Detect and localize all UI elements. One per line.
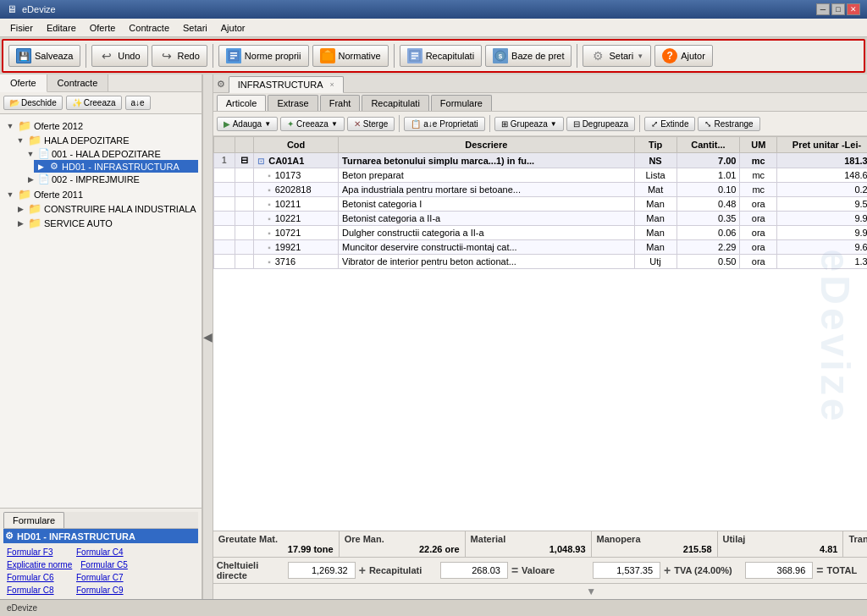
form-link-exp[interactable]: Explicatire norme (3, 559, 75, 570)
setari-button[interactable]: ⚙ Setari ▼ (583, 45, 651, 67)
tab-contracte[interactable]: Contracte (47, 74, 109, 91)
tree-item-hala-dep[interactable]: ▼ 📁 HALA DEPOZITARE (14, 133, 198, 147)
norme-icon (226, 48, 241, 63)
form-link-c9[interactable]: Formular C9 (73, 585, 141, 596)
form-link-c7[interactable]: Formular C7 (73, 572, 141, 583)
close-button[interactable]: ✕ (847, 3, 860, 15)
label-oferte2011: Oferte 2011 (34, 190, 83, 200)
menu-contracte[interactable]: Contracte (122, 21, 176, 35)
tree-item-oferte2012[interactable]: ▼ 📁 Oferte 2012 (3, 118, 198, 133)
recapitul-button[interactable]: Recapitulati (400, 45, 482, 67)
expander-oferte2011[interactable]: ▼ (5, 190, 15, 199)
grupeaza-arrow[interactable]: ▼ (550, 120, 557, 128)
cell-pret-unitar: 148.64 (777, 168, 867, 183)
manopera-cell: Manopera 215.58 (592, 531, 718, 557)
doc-tab-infra[interactable]: INFRASTRUCTURA × (229, 76, 344, 93)
sterge-btn[interactable]: ✕ Sterge (347, 117, 395, 131)
svg-rect-4 (322, 52, 334, 61)
titlebar-controls[interactable]: ─ □ ✕ (816, 3, 860, 15)
cell-expand[interactable] (235, 197, 253, 212)
form-link-c5[interactable]: Formular C5 (77, 559, 145, 570)
minimize-button[interactable]: ─ (816, 3, 830, 15)
table-row[interactable]: ▪ 3716 Vibrator de interior pentru beton… (213, 255, 867, 269)
expander-hala-dep[interactable]: ▼ (15, 136, 25, 145)
save-button[interactable]: 💾 Salveaza (8, 45, 80, 67)
art-tab-articole[interactable]: Articole (217, 95, 267, 111)
setari-dropdown-arrow[interactable]: ▼ (637, 52, 643, 60)
art-tab-recapitulati[interactable]: Recapitulati (362, 95, 428, 111)
menu-setari[interactable]: Setari (176, 21, 214, 35)
expander-002[interactable]: ▶ (25, 175, 36, 184)
tree-item-001[interactable]: ▼ 📄 001 - HALA DEPOZITARE (24, 147, 198, 160)
creeaza-button[interactable]: ✨ Creeaza (66, 96, 122, 110)
extinde-btn[interactable]: ⤢ Extinde (644, 117, 695, 131)
form-link-c4[interactable]: Formular C4 (73, 547, 141, 558)
cell-descriere: Betonist categoria I (339, 197, 635, 212)
grupeaza-btn[interactable]: ⊞ Grupeaza ▼ (494, 117, 564, 131)
table-row[interactable]: ▪ 10211 Betonist categoria I Man 0.48 or… (213, 197, 867, 212)
cell-expand[interactable] (235, 168, 253, 183)
equals-op-2: = (816, 564, 823, 577)
panel-collapse-button[interactable]: ◀ (202, 74, 213, 599)
table-row[interactable]: ▪ 10173 Beton preparat Lista 1.01 mc 148… (213, 168, 867, 183)
doc-tab-close[interactable]: × (330, 80, 334, 89)
cell-expand[interactable] (235, 255, 253, 269)
creeaza-btn[interactable]: ✦ Creeaza ▼ (280, 117, 345, 131)
tree-item-service[interactable]: ▶ 📁 SERVICE AUTO (14, 216, 198, 230)
tree-item-hd01[interactable]: ▶ ⚙ HD01 - INFRASTRUCTURA (34, 160, 198, 173)
app-icon: 🖥 (7, 3, 17, 15)
table-row[interactable]: 1 ⊟ ⊡ CA01A1 Turnarea betonului simplu m… (213, 153, 867, 168)
art-tab-extrase[interactable]: Extrase (268, 95, 318, 111)
cell-tip: Utj (634, 255, 676, 269)
menu-oferte[interactable]: Oferte (83, 21, 123, 35)
expander-const-hala[interactable]: ▶ (15, 205, 25, 213)
expander-hd01[interactable]: ▶ (36, 162, 46, 171)
menu-ajutor[interactable]: Ajutor (214, 21, 252, 35)
recapitulati-label: Recapitulati (369, 565, 437, 575)
cell-expand[interactable] (235, 240, 253, 255)
redo-button[interactable]: ↪ Redo (152, 45, 207, 67)
art-tab-formulare[interactable]: Formulare (431, 95, 492, 111)
degrupeaza-btn[interactable]: ⊟ Degrupeaza (566, 117, 635, 131)
form-link-c8[interactable]: Formular C8 (3, 585, 71, 596)
deschide-button[interactable]: 📂 Deschide (3, 96, 63, 110)
table-row[interactable]: ▪ 19921 Muncitor deservire constructii-m… (213, 240, 867, 255)
ajutor-button[interactable]: ? Ajutor (654, 45, 713, 67)
cell-cantitate: 2.29 (676, 240, 740, 255)
undo-icon: ↩ (99, 48, 114, 63)
adauga-button[interactable]: ▶ Adauga ▼ (217, 117, 278, 131)
tree-item-oferte2011[interactable]: ▼ 📁 Oferte 2011 (3, 187, 198, 201)
tree-item-const-hala[interactable]: ▶ 📁 CONSTRUIRE HALA INDUSTRIALA (14, 201, 198, 216)
recapitulati-icon (407, 48, 422, 63)
form-link-f3[interactable]: Formular F3 (3, 547, 71, 558)
form-link-c6[interactable]: Formular C6 (3, 572, 71, 583)
cell-expand[interactable] (235, 183, 253, 197)
proprietati-btn[interactable]: 📋 a↓e Proprietati (404, 117, 484, 131)
tree-item-002[interactable]: ▶ 📄 002 - IMPREJMUIRE (24, 173, 198, 185)
table-row[interactable]: ▪ 6202818 Apa industriala pentru mortare… (213, 183, 867, 197)
creeaza-arrow[interactable]: ▼ (331, 120, 338, 128)
ale-button[interactable]: a↓e (125, 96, 151, 110)
table-row[interactable]: ▪ 10221 Betonist categoria a II-a Man 0.… (213, 212, 867, 226)
cell-expand[interactable] (235, 212, 253, 226)
folder-open-icon: 📂 (9, 98, 19, 107)
formulare-tab[interactable]: Formulare (3, 512, 64, 528)
normative-button[interactable]: Normative (312, 45, 389, 67)
maximize-button[interactable]: □ (831, 3, 845, 15)
cell-cod: ⊡ CA01A1 (254, 153, 339, 168)
menu-fisier[interactable]: Fisier (3, 21, 40, 35)
adauga-arrow[interactable]: ▼ (264, 120, 271, 128)
table-row[interactable]: ▪ 10721 Dulgher constructii categoria a … (213, 226, 867, 240)
undo-button[interactable]: ↩ Undo (91, 45, 147, 67)
cell-expand[interactable] (235, 226, 253, 240)
cell-expand[interactable]: ⊟ (235, 153, 253, 168)
restrange-btn[interactable]: ⤡ Restrange (698, 117, 759, 131)
art-tab-fraht[interactable]: Fraht (320, 95, 361, 111)
baze-button[interactable]: $ Baze de pret (485, 45, 572, 67)
expander-oferte2012[interactable]: ▼ (5, 122, 15, 130)
expander-001[interactable]: ▼ (25, 150, 36, 158)
expander-service[interactable]: ▶ (15, 219, 25, 228)
menu-editare[interactable]: Editare (40, 21, 83, 35)
tab-oferte[interactable]: Oferte (0, 74, 47, 92)
norme-button[interactable]: Norme proprii (218, 45, 309, 67)
